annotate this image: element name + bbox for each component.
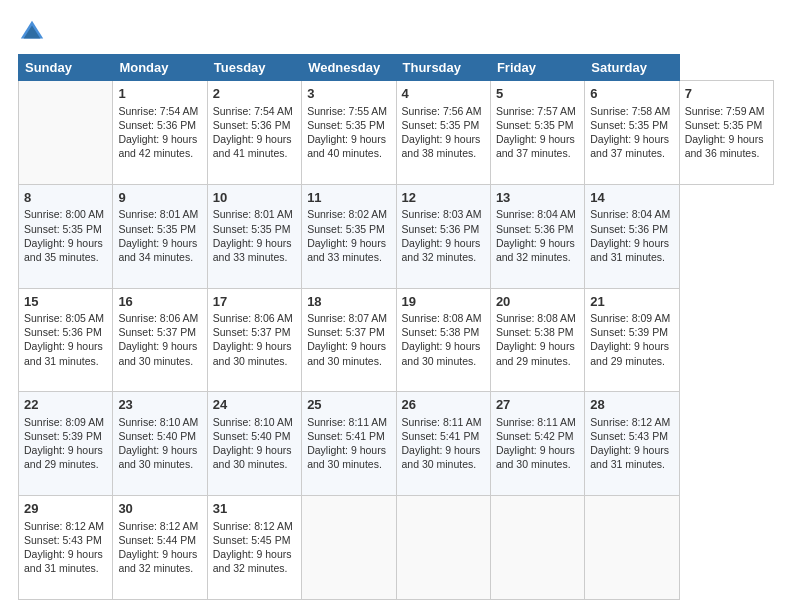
calendar-cell: [490, 496, 584, 600]
daylight: Daylight: 9 hours and 29 minutes.: [590, 340, 669, 366]
daylight: Daylight: 9 hours and 30 minutes.: [402, 444, 481, 470]
calendar-cell: [585, 496, 679, 600]
calendar-week-row: 22Sunrise: 8:09 AMSunset: 5:39 PMDayligh…: [19, 392, 774, 496]
day-number: 8: [24, 189, 107, 207]
sunrise: Sunrise: 8:05 AM: [24, 312, 104, 324]
sunrise: Sunrise: 8:03 AM: [402, 208, 482, 220]
sunrise: Sunrise: 8:10 AM: [213, 416, 293, 428]
sunset: Sunset: 5:36 PM: [402, 223, 480, 235]
calendar-week-row: 29Sunrise: 8:12 AMSunset: 5:43 PMDayligh…: [19, 496, 774, 600]
daylight: Daylight: 9 hours and 32 minutes.: [118, 548, 197, 574]
day-number: 7: [685, 85, 768, 103]
day-number: 26: [402, 396, 485, 414]
sunset: Sunset: 5:36 PM: [24, 326, 102, 338]
day-header-tuesday: Tuesday: [207, 55, 301, 81]
sunset: Sunset: 5:37 PM: [307, 326, 385, 338]
calendar-cell: [19, 81, 113, 185]
sunset: Sunset: 5:35 PM: [118, 223, 196, 235]
sunset: Sunset: 5:41 PM: [307, 430, 385, 442]
sunrise: Sunrise: 8:04 AM: [590, 208, 670, 220]
sunset: Sunset: 5:35 PM: [307, 119, 385, 131]
calendar-cell: 21Sunrise: 8:09 AMSunset: 5:39 PMDayligh…: [585, 288, 679, 392]
calendar-cell: 17Sunrise: 8:06 AMSunset: 5:37 PMDayligh…: [207, 288, 301, 392]
daylight: Daylight: 9 hours and 30 minutes.: [118, 340, 197, 366]
day-number: 11: [307, 189, 390, 207]
calendar-cell: [396, 496, 490, 600]
calendar-cell: 12Sunrise: 8:03 AMSunset: 5:36 PMDayligh…: [396, 184, 490, 288]
sunrise: Sunrise: 7:54 AM: [118, 105, 198, 117]
day-number: 31: [213, 500, 296, 518]
day-number: 24: [213, 396, 296, 414]
daylight: Daylight: 9 hours and 36 minutes.: [685, 133, 764, 159]
day-number: 14: [590, 189, 673, 207]
day-number: 6: [590, 85, 673, 103]
day-number: 9: [118, 189, 201, 207]
sunrise: Sunrise: 7:59 AM: [685, 105, 765, 117]
sunrise: Sunrise: 8:12 AM: [118, 520, 198, 532]
calendar-cell: 3Sunrise: 7:55 AMSunset: 5:35 PMDaylight…: [302, 81, 396, 185]
sunrise: Sunrise: 8:11 AM: [307, 416, 387, 428]
sunrise: Sunrise: 8:12 AM: [590, 416, 670, 428]
sunset: Sunset: 5:35 PM: [24, 223, 102, 235]
sunrise: Sunrise: 8:12 AM: [24, 520, 104, 532]
calendar-table: SundayMondayTuesdayWednesdayThursdayFrid…: [18, 54, 774, 600]
sunset: Sunset: 5:35 PM: [496, 119, 574, 131]
daylight: Daylight: 9 hours and 41 minutes.: [213, 133, 292, 159]
day-number: 3: [307, 85, 390, 103]
daylight: Daylight: 9 hours and 33 minutes.: [307, 237, 386, 263]
day-number: 28: [590, 396, 673, 414]
day-number: 27: [496, 396, 579, 414]
sunrise: Sunrise: 8:01 AM: [213, 208, 293, 220]
sunrise: Sunrise: 8:00 AM: [24, 208, 104, 220]
daylight: Daylight: 9 hours and 31 minutes.: [590, 237, 669, 263]
calendar-cell: 4Sunrise: 7:56 AMSunset: 5:35 PMDaylight…: [396, 81, 490, 185]
day-number: 22: [24, 396, 107, 414]
daylight: Daylight: 9 hours and 37 minutes.: [496, 133, 575, 159]
daylight: Daylight: 9 hours and 30 minutes.: [307, 340, 386, 366]
daylight: Daylight: 9 hours and 35 minutes.: [24, 237, 103, 263]
sunset: Sunset: 5:37 PM: [213, 326, 291, 338]
day-number: 18: [307, 293, 390, 311]
sunrise: Sunrise: 8:10 AM: [118, 416, 198, 428]
day-number: 5: [496, 85, 579, 103]
day-number: 1: [118, 85, 201, 103]
sunset: Sunset: 5:35 PM: [685, 119, 763, 131]
calendar-cell: 18Sunrise: 8:07 AMSunset: 5:37 PMDayligh…: [302, 288, 396, 392]
calendar-cell: 16Sunrise: 8:06 AMSunset: 5:37 PMDayligh…: [113, 288, 207, 392]
sunset: Sunset: 5:39 PM: [24, 430, 102, 442]
sunset: Sunset: 5:41 PM: [402, 430, 480, 442]
day-header-saturday: Saturday: [585, 55, 679, 81]
calendar-cell: 5Sunrise: 7:57 AMSunset: 5:35 PMDaylight…: [490, 81, 584, 185]
calendar-week-row: 15Sunrise: 8:05 AMSunset: 5:36 PMDayligh…: [19, 288, 774, 392]
calendar-cell: 11Sunrise: 8:02 AMSunset: 5:35 PMDayligh…: [302, 184, 396, 288]
calendar-cell: 29Sunrise: 8:12 AMSunset: 5:43 PMDayligh…: [19, 496, 113, 600]
sunset: Sunset: 5:42 PM: [496, 430, 574, 442]
calendar-cell: 31Sunrise: 8:12 AMSunset: 5:45 PMDayligh…: [207, 496, 301, 600]
sunrise: Sunrise: 8:01 AM: [118, 208, 198, 220]
daylight: Daylight: 9 hours and 40 minutes.: [307, 133, 386, 159]
calendar-cell: 20Sunrise: 8:08 AMSunset: 5:38 PMDayligh…: [490, 288, 584, 392]
sunrise: Sunrise: 8:04 AM: [496, 208, 576, 220]
calendar-cell: 1Sunrise: 7:54 AMSunset: 5:36 PMDaylight…: [113, 81, 207, 185]
page-header: [18, 18, 774, 46]
day-header-wednesday: Wednesday: [302, 55, 396, 81]
day-number: 20: [496, 293, 579, 311]
daylight: Daylight: 9 hours and 29 minutes.: [24, 444, 103, 470]
sunset: Sunset: 5:40 PM: [213, 430, 291, 442]
day-number: 21: [590, 293, 673, 311]
sunset: Sunset: 5:38 PM: [496, 326, 574, 338]
calendar-cell: 10Sunrise: 8:01 AMSunset: 5:35 PMDayligh…: [207, 184, 301, 288]
daylight: Daylight: 9 hours and 32 minutes.: [213, 548, 292, 574]
daylight: Daylight: 9 hours and 30 minutes.: [307, 444, 386, 470]
calendar-cell: 7Sunrise: 7:59 AMSunset: 5:35 PMDaylight…: [679, 81, 773, 185]
day-number: 25: [307, 396, 390, 414]
logo: [18, 18, 50, 46]
daylight: Daylight: 9 hours and 31 minutes.: [590, 444, 669, 470]
sunset: Sunset: 5:43 PM: [24, 534, 102, 546]
daylight: Daylight: 9 hours and 30 minutes.: [213, 444, 292, 470]
calendar-cell: 30Sunrise: 8:12 AMSunset: 5:44 PMDayligh…: [113, 496, 207, 600]
calendar-cell: 22Sunrise: 8:09 AMSunset: 5:39 PMDayligh…: [19, 392, 113, 496]
daylight: Daylight: 9 hours and 42 minutes.: [118, 133, 197, 159]
calendar-cell: 8Sunrise: 8:00 AMSunset: 5:35 PMDaylight…: [19, 184, 113, 288]
calendar-header-row: SundayMondayTuesdayWednesdayThursdayFrid…: [19, 55, 774, 81]
